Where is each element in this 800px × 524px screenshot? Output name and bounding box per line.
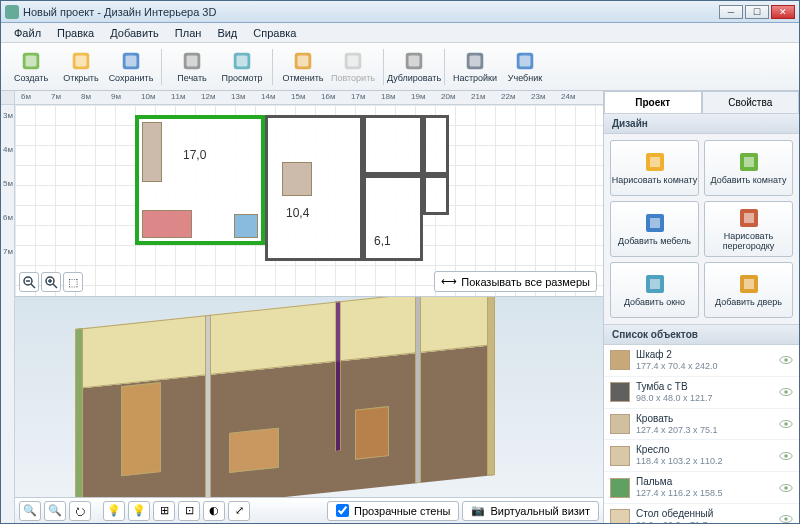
design-icon xyxy=(643,211,667,235)
maximize-button[interactable]: ☐ xyxy=(745,5,769,19)
svg-point-40 xyxy=(784,359,788,363)
design-button[interactable]: Добавить окно xyxy=(610,262,699,318)
show-dimensions-toggle[interactable]: ⟷ Показывать все размеры xyxy=(434,271,597,292)
toolbar-tutorial-button[interactable]: Учебник xyxy=(501,45,549,89)
furniture[interactable] xyxy=(282,162,312,196)
furniture[interactable] xyxy=(142,210,192,238)
design-label: Нарисовать комнату xyxy=(612,176,698,186)
zoom-fit-button[interactable]: ⬚ xyxy=(63,272,83,292)
object-row[interactable]: Шкаф 2 177.4 x 70.4 x 242.0 xyxy=(604,345,799,377)
design-label: Добавить мебель xyxy=(618,237,691,247)
svg-rect-3 xyxy=(76,56,87,67)
room-2[interactable]: 10,4 xyxy=(265,115,363,261)
toolbar-preview-button[interactable]: Просмотр xyxy=(218,45,266,89)
menu-план[interactable]: План xyxy=(168,25,209,41)
toolbar-label: Повторить xyxy=(331,74,375,83)
visibility-icon[interactable] xyxy=(779,514,793,523)
light2-button[interactable]: 💡 xyxy=(128,501,150,521)
plan-2d-view[interactable]: 17,0 10,4 6,1 ⬚ xyxy=(15,105,603,297)
visibility-icon[interactable] xyxy=(779,451,793,461)
object-dims: 127.4 x 207.3 x 75.1 xyxy=(636,425,773,436)
menu-вид[interactable]: Вид xyxy=(210,25,244,41)
svg-line-21 xyxy=(31,284,35,288)
room-area-label: 10,4 xyxy=(286,206,309,220)
visibility-icon[interactable] xyxy=(779,387,793,397)
zoom-in-3d-button[interactable]: 🔍 xyxy=(44,501,66,521)
rotate-icon[interactable]: ⭮ xyxy=(69,501,91,521)
svg-rect-7 xyxy=(187,56,198,67)
axis-button[interactable]: ⤢ xyxy=(228,501,250,521)
svg-rect-28 xyxy=(650,157,660,167)
object-list[interactable]: Шкаф 2 177.4 x 70.4 x 242.0 Тумба с ТВ 9… xyxy=(604,345,799,523)
room-1[interactable]: 17,0 xyxy=(135,115,265,245)
toolbar-label: Открыть xyxy=(63,74,98,83)
tab-properties[interactable]: Свойства xyxy=(702,91,800,113)
visibility-icon[interactable] xyxy=(779,419,793,429)
design-button[interactable]: Нарисовать перегородку xyxy=(704,201,793,257)
design-button[interactable]: Добавить дверь xyxy=(704,262,793,318)
virtual-tour-button[interactable]: 📷 Виртуальный визит xyxy=(462,501,599,521)
toolbar-label: Отменить xyxy=(282,74,323,83)
tab-project[interactable]: Проект xyxy=(604,91,702,113)
view3d-bottom-bar: 🔍 🔍 ⭮ 💡 💡 ⊞ ⊡ ◐ ⤢ Прозрачные сте xyxy=(15,497,603,523)
dimension-icon: ⟷ xyxy=(441,275,457,288)
close-button[interactable]: ✕ xyxy=(771,5,795,19)
transparent-walls-toggle[interactable]: Прозрачные стены xyxy=(327,501,459,521)
plan-3d-view[interactable]: 🔍 🔍 ⭮ 💡 💡 ⊞ ⊡ ◐ ⤢ Прозрачные сте xyxy=(15,297,603,523)
menu-добавить[interactable]: Добавить xyxy=(103,25,166,41)
room-6[interactable] xyxy=(423,175,449,215)
toolbar-redo-button: Повторить xyxy=(329,45,377,89)
svg-rect-32 xyxy=(650,218,660,228)
toolbar-undo-button[interactable]: Отменить xyxy=(279,45,327,89)
design-button[interactable]: Добавить мебель xyxy=(610,201,699,257)
svg-rect-36 xyxy=(650,279,660,289)
main-area: 6м7м8м9м10м11м12м13м14м15м16м17м18м19м20… xyxy=(1,91,799,523)
toolbar-settings-button[interactable]: Настройки xyxy=(451,45,499,89)
menu-правка[interactable]: Правка xyxy=(50,25,101,41)
zoom-out-button[interactable] xyxy=(19,272,39,292)
object-dims: 98.0 x 48.0 x 121.7 xyxy=(636,393,773,404)
furniture[interactable] xyxy=(234,214,258,238)
design-icon xyxy=(737,272,761,296)
object-thumb xyxy=(610,446,630,466)
view-button[interactable]: ⊞ xyxy=(153,501,175,521)
design-button[interactable]: Нарисовать комнату xyxy=(610,140,699,196)
transparent-walls-checkbox[interactable] xyxy=(336,504,349,517)
toolbar-duplicate-button[interactable]: Дублировать xyxy=(390,45,438,89)
svg-line-24 xyxy=(53,284,57,288)
zoom-out-3d-button[interactable]: 🔍 xyxy=(19,501,41,521)
object-row[interactable]: Пальма 127.4 x 116.2 x 158.5 xyxy=(604,472,799,504)
design-panel-header: Дизайн xyxy=(604,113,799,134)
object-row[interactable]: Кровать 127.4 x 207.3 x 75.1 xyxy=(604,409,799,441)
object-dims: 118.4 x 103.2 x 110.2 xyxy=(636,456,773,467)
object-thumb xyxy=(610,350,630,370)
toolbar-folder-open-button[interactable]: Открыть xyxy=(57,45,105,89)
minimize-button[interactable]: ─ xyxy=(719,5,743,19)
light-button[interactable]: 💡 xyxy=(103,501,125,521)
camera-button[interactable]: ⊡ xyxy=(178,501,200,521)
bulb-button[interactable]: ◐ xyxy=(203,501,225,521)
menu-файл[interactable]: Файл xyxy=(7,25,48,41)
object-row[interactable]: Стол обеденный 90.0 x 90.2 x 71.7 xyxy=(604,504,799,523)
design-button[interactable]: Добавить комнату xyxy=(704,140,793,196)
menu-справка[interactable]: Справка xyxy=(246,25,303,41)
object-row[interactable]: Тумба с ТВ 98.0 x 48.0 x 121.7 xyxy=(604,377,799,409)
furniture[interactable] xyxy=(142,122,162,182)
room-3[interactable] xyxy=(363,115,423,175)
toolbar-label: Печать xyxy=(177,74,206,83)
toolbar-print-button[interactable]: Печать xyxy=(168,45,216,89)
zoom-in-button[interactable] xyxy=(41,272,61,292)
ruler-horizontal: 6м7м8м9м10м11м12м13м14м15м16м17м18м19м20… xyxy=(15,91,603,105)
toolbar-save-button[interactable]: Сохранить xyxy=(107,45,155,89)
object-name: Пальма xyxy=(636,476,773,488)
visibility-icon[interactable] xyxy=(779,355,793,365)
object-row[interactable]: Кресло 118.4 x 103.2 x 110.2 xyxy=(604,440,799,472)
object-name: Стол обеденный xyxy=(636,508,773,520)
room-area-label: 6,1 xyxy=(374,234,391,248)
room-5[interactable] xyxy=(423,115,449,175)
room-4[interactable]: 6,1 xyxy=(363,175,423,261)
object-thumb xyxy=(610,382,630,402)
toolbar-file-new-button[interactable]: Создать xyxy=(7,45,55,89)
visibility-icon[interactable] xyxy=(779,483,793,493)
svg-rect-19 xyxy=(520,56,531,67)
